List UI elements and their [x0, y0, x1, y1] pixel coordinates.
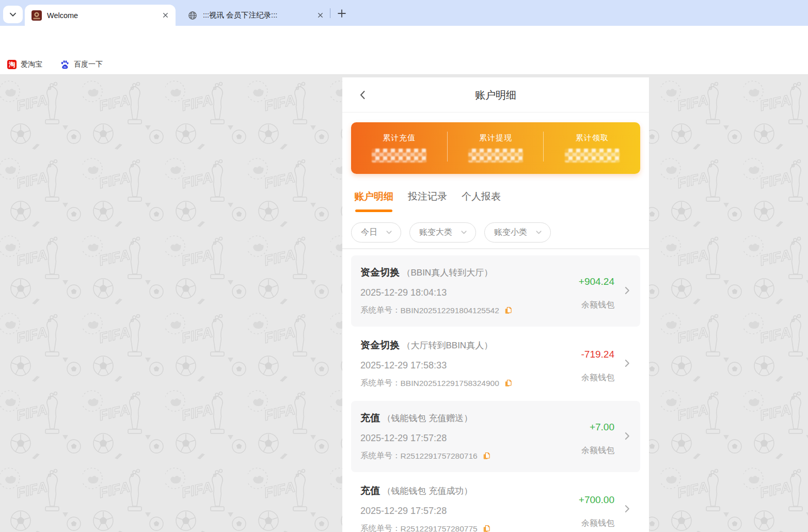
- record-item[interactable]: 资金切换 （大厅转到BBIN真人） 2025-12-29 17:58:33 系统…: [351, 328, 640, 399]
- summary-label: 累计提现: [448, 133, 544, 143]
- record-type: 资金切换: [360, 267, 400, 278]
- bookmark-label: 爱淘宝: [21, 60, 42, 69]
- tab-title: Welcome: [47, 11, 160, 20]
- record-order-number: R2512291757280716: [401, 452, 478, 461]
- record-item[interactable]: 充值 （钱能钱包 充值成功） 2025-12-29 17:57:28 系统单号：…: [351, 474, 640, 532]
- chevron-right-icon[interactable]: [622, 430, 633, 442]
- taobao-icon: 淘: [7, 60, 17, 69]
- summary-value-censored: [468, 149, 523, 163]
- copy-icon[interactable]: [503, 379, 513, 388]
- summary-item-withdraw: 累计提现: [448, 122, 544, 174]
- tab-bet-records[interactable]: 投注记录: [408, 190, 447, 212]
- tab-close-icon[interactable]: [315, 10, 325, 21]
- record-order-label: 系统单号：: [360, 450, 401, 461]
- browser-toolbar: 175616.cc/reports/index?tab=0: [0, 26, 808, 54]
- copy-icon[interactable]: [503, 306, 513, 315]
- record-order-label: 系统单号：: [360, 305, 401, 316]
- plus-icon: [336, 8, 347, 19]
- record-order-number: R2512291757280775: [401, 524, 478, 532]
- copy-icon[interactable]: [482, 524, 491, 532]
- back-chevron-icon[interactable]: [357, 89, 369, 101]
- section-tabs: 账户明细 投注记录 个人报表: [354, 190, 501, 212]
- new-tab-button[interactable]: [335, 6, 349, 21]
- filter-major-type-dropdown[interactable]: 账变大类: [409, 222, 476, 243]
- record-type: 资金切换: [360, 340, 400, 350]
- svg-text:du: du: [64, 66, 67, 68]
- filter-date-dropdown[interactable]: 今日: [351, 222, 401, 243]
- tab-personal-report[interactable]: 个人报表: [462, 190, 501, 212]
- baidu-paw-icon: du: [60, 59, 70, 69]
- record-wallet: 余额钱包: [581, 373, 614, 383]
- summary-item-deposit: 累计充值: [351, 122, 448, 174]
- record-amount: +7.00: [581, 422, 614, 433]
- tab-account-details[interactable]: 账户明细: [354, 190, 393, 212]
- summary-label: 累计充值: [351, 133, 448, 143]
- record-order-number: BBIN202512291804125542: [401, 306, 499, 315]
- chevron-right-icon[interactable]: [622, 358, 633, 369]
- record-item[interactable]: 充值 （钱能钱包 充值赠送） 2025-12-29 17:57:28 系统单号：…: [351, 401, 640, 472]
- tab-label: 个人报表: [462, 191, 501, 202]
- record-desc: （大厅转到BBIN真人）: [402, 341, 493, 350]
- site-favicon: [31, 10, 42, 21]
- tabstrip-divider: [330, 8, 330, 18]
- record-order-label: 系统单号：: [360, 523, 401, 532]
- record-order-label: 系统单号：: [360, 378, 401, 389]
- filter-label: 账变大类: [419, 227, 452, 238]
- tab-close-icon[interactable]: [160, 10, 170, 21]
- section-divider: [342, 248, 649, 249]
- summary-value-censored: [565, 149, 620, 163]
- record-desc: （钱能钱包 充值成功）: [382, 486, 472, 496]
- filter-row: 今日 账变大类 账变小类: [351, 222, 551, 243]
- record-item[interactable]: 资金切换 （BBIN真人转到大厅） 2025-12-29 18:04:13 系统…: [351, 255, 640, 327]
- summary-card: 累计充值 累计提现 累计领取: [351, 122, 640, 174]
- record-wallet: 余额钱包: [579, 300, 614, 311]
- chevron-down-icon: [385, 229, 393, 236]
- page-title: 账户明细: [342, 77, 649, 112]
- browser-tab-welcome[interactable]: Welcome: [25, 5, 176, 26]
- chevron-down-icon: [535, 229, 543, 236]
- active-tab-underline: [355, 209, 392, 212]
- bookmark-aitaobao[interactable]: 淘 爱淘宝: [7, 60, 42, 69]
- bookmark-label: 百度一下: [74, 60, 103, 69]
- bookmark-baidu[interactable]: du 百度一下: [60, 59, 103, 69]
- globe-icon: [187, 10, 198, 21]
- summary-label: 累计领取: [544, 133, 640, 143]
- record-amount: -719.24: [581, 349, 614, 360]
- chevron-down-icon: [460, 229, 468, 236]
- chevron-right-icon[interactable]: [622, 503, 633, 514]
- tab-label: 账户明细: [354, 191, 393, 202]
- tab-search-button[interactable]: [3, 6, 23, 23]
- record-order-number: BBIN202512291758324900: [401, 379, 499, 388]
- summary-value-censored: [372, 149, 426, 163]
- chevron-down-icon: [7, 9, 19, 20]
- record-amount: +904.24: [579, 276, 614, 287]
- panel-header: 账户明细: [342, 77, 649, 112]
- record-desc: （BBIN真人转到大厅）: [402, 268, 493, 278]
- tab-title: :::视讯 会员下注纪录:::: [203, 10, 315, 20]
- record-type: 充值: [360, 412, 380, 423]
- account-detail-panel: 账户明细 累计充值 累计提现 累计领取 账户明细 投注记录 个人报表: [342, 77, 649, 532]
- copy-icon[interactable]: [482, 452, 491, 461]
- record-wallet: 余额钱包: [579, 518, 614, 529]
- record-desc: （钱能钱包 充值赠送）: [382, 413, 472, 423]
- record-type: 充值: [360, 485, 380, 496]
- records-list: 资金切换 （BBIN真人转到大厅） 2025-12-29 18:04:13 系统…: [351, 255, 640, 532]
- record-amount: +700.00: [579, 494, 614, 506]
- summary-item-claim: 累计领取: [544, 122, 640, 174]
- record-wallet: 余额钱包: [581, 445, 614, 456]
- filter-minor-type-dropdown[interactable]: 账变小类: [484, 222, 551, 243]
- filter-label: 账变小类: [494, 227, 527, 238]
- browser-tab-strip: Welcome :::视讯 会员下注纪录:::: [0, 0, 808, 26]
- browser-tab-records[interactable]: :::视讯 会员下注纪录:::: [181, 5, 329, 26]
- bookmarks-bar: 淘 爱淘宝 du 百度一下: [0, 54, 808, 75]
- tab-label: 投注记录: [408, 191, 447, 202]
- filter-label: 今日: [361, 227, 377, 238]
- chevron-right-icon[interactable]: [622, 285, 633, 296]
